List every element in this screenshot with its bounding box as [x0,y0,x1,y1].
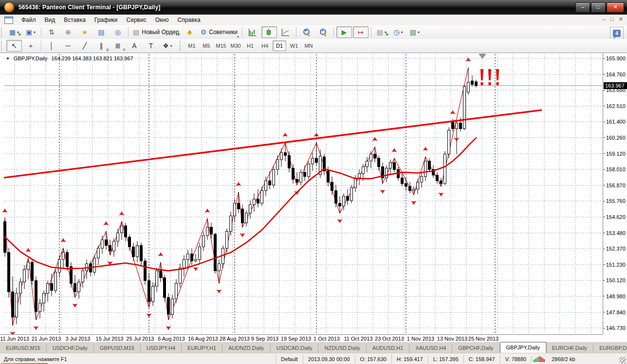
timeframe-m30[interactable]: M30 [229,40,242,51]
price-tick [603,122,605,122]
crosshair-tool-button[interactable]: ＋ [23,40,38,52]
market-watch-button[interactable]: ⇅ [44,26,59,38]
menu-3[interactable]: Графики [90,16,122,24]
tab-audnzd[interactable]: AUDNZD,Daily [222,344,270,353]
date-axis-label: 1 Oct 2013 [314,336,340,342]
timeframe-mn[interactable]: MN [302,40,315,51]
zoom-in-icon: + [303,28,311,36]
toolbar-grip[interactable] [1,41,4,51]
status-bar-high: H: 159.417 [391,355,428,364]
profiles-button[interactable]: ▣▾ [23,26,38,38]
chart-line-icon [282,28,290,36]
date-axis-label: 13 Nov 2013 [437,336,467,342]
tab-gbpchf[interactable]: GBPCHF,Daily [452,344,499,353]
auto-scroll-button[interactable]: ▶ [336,26,352,38]
fractal-markers [2,57,471,334]
tab-audusd[interactable]: AUDUSD,H1 [367,344,410,353]
text-tool-button[interactable]: A [127,40,142,52]
chart-bars-button[interactable] [245,26,260,38]
child-minimize-button[interactable]: – [603,16,606,22]
minimize-button[interactable]: – [575,2,590,13]
chart-menu-icon[interactable]: ▼ [6,56,10,61]
text-label-tool-button[interactable]: T [143,40,159,52]
price-chart[interactable] [0,53,627,334]
cursor-button[interactable]: ↖ [6,40,22,52]
tab-gbpjpy[interactable]: GBPJPY,Daily [500,342,547,353]
menu-6[interactable]: Справка [173,16,205,24]
chart-candlesticks-button[interactable] [261,26,277,38]
child-restore-button[interactable]: □ [610,16,614,22]
menu-5[interactable]: Окно [151,16,173,24]
toolbar-separator [333,27,334,37]
status-bar: Для справки, нажмите F1 Default2013.09.3… [0,353,627,364]
tab-gbpusd[interactable]: GBPUSD,M15 [94,344,141,353]
price-axis[interactable]: 165.900164.760163.650162.510161.400160.2… [603,53,627,334]
resize-grip[interactable] [619,357,626,364]
strategy-tester-icon: ◎ [115,29,121,36]
templates-button[interactable]: ▧▾ [407,26,423,38]
navigator-button[interactable]: ★ [77,26,92,38]
menu-0[interactable]: Файл [17,16,40,24]
tab-eurchf[interactable]: EURCHF,Daily [546,344,593,353]
zoom-out-button[interactable]: − [315,26,331,38]
price-tick [603,233,605,233]
tab-nzdusd[interactable]: NZDUSD,Daily [318,344,366,353]
chart-window-icon[interactable] [4,17,13,24]
timeframe-m1[interactable]: M1 [185,40,199,51]
alerts-button[interactable]: ◆! [182,26,198,38]
zoom-in-button[interactable]: + [299,26,314,38]
restore-button[interactable]: □ [591,2,606,13]
timeframe-m5[interactable]: M5 [200,40,213,51]
experts-button[interactable]: ⚙●Советники [199,26,240,38]
periods-button[interactable]: ◷▾ [390,26,406,38]
status-bar-open: O: 157.630 [355,355,391,364]
tab-eurjpy[interactable]: EURJPY,H1 [182,344,222,353]
horizontal-line-button[interactable]: ─ [60,40,76,52]
terminal-button[interactable]: ▤ [93,26,109,38]
timeframe-h1[interactable]: H1 [243,40,257,51]
price-axis-label: 148.980 [606,293,626,299]
chart-shift-button[interactable]: ↦ [353,26,369,38]
chart-line-button[interactable] [278,26,294,38]
strategy-tester-button[interactable]: ◎ [110,26,126,38]
menu-1[interactable]: Вид [40,16,60,24]
menu-2[interactable]: Вставка [59,16,90,24]
toolbar-grip[interactable] [180,41,183,51]
tab-usdchf[interactable]: USDCHF,Daily [47,344,94,353]
chevron-down-icon: ▾ [170,44,172,48]
chart-bars-icon [249,28,257,36]
trendline-tool-button[interactable]: ╱ [77,40,92,52]
toolbar-separator [41,41,41,51]
child-close-button[interactable]: ✕ [619,16,623,22]
timeframe-h4[interactable]: H4 [258,40,272,51]
date-axis-label: 25 Nov 2013 [468,336,498,342]
new-order-icon: ▤ [133,29,139,36]
fibonacci-tool-button[interactable]: ≣F [110,40,126,52]
toolbar-grip[interactable] [1,27,4,37]
toolbar-separator [41,27,41,37]
menu-4[interactable]: Сервис [122,16,151,24]
new-order-label: Новый Ордер [142,29,179,36]
tab-usdjpy[interactable]: USDJPY,H4 [141,344,182,353]
close-button[interactable]: ✕ [607,2,624,13]
timeframe-m15[interactable]: M15 [214,40,228,51]
tab-xauusd[interactable]: XAUUSD,H4 [409,344,452,353]
exclamation-annotation[interactable] [480,69,499,85]
community-button[interactable]: 4 [610,27,624,39]
timeframe-d1[interactable]: D1 [273,40,286,51]
chart-pane[interactable]: ▼ GBPJPY,Daily 164.239 164.383 163.821 1… [0,53,627,342]
price-tick [603,249,605,249]
vertical-line-button[interactable]: │ [44,40,59,52]
price-axis-label: 161.400 [606,119,626,125]
tab-usdcad[interactable]: USDCAD,Daily [271,344,319,353]
indicators-button[interactable]: ▤+▾ [374,26,389,38]
tab-eurgbp[interactable]: EURGBP,Daily [593,344,627,353]
new-chart-button[interactable]: ▦+▾ [6,26,22,38]
tab-eurusd[interactable]: EURUSD,M15 [0,344,47,353]
channel-tool-button[interactable]: ∥E [93,40,109,52]
arrows-tool-button[interactable]: ❖▾ [160,40,175,52]
timeframe-w1[interactable]: W1 [287,40,301,51]
new-order-button[interactable]: ▤+Новый Ордер [131,26,181,38]
crosshair-mode-button[interactable]: ⊕ [60,26,76,38]
window-title: 565436: Panteon Client Terminal - [GBPJP… [18,4,160,11]
